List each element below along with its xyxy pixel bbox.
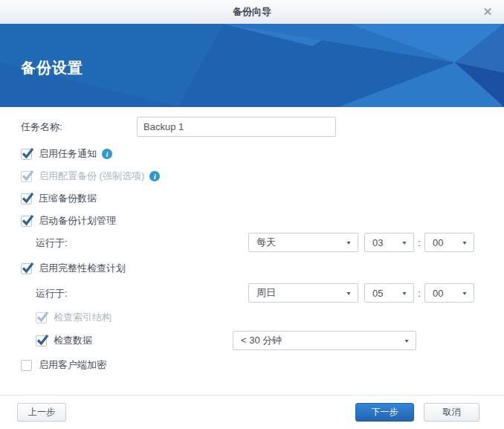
chevron-down-icon: ▼ <box>346 290 352 296</box>
checkmark-icon <box>21 191 34 204</box>
check-data-row: 检查数据 < 30 分钟 ▼ <box>36 331 483 350</box>
checkmark-icon <box>21 213 34 227</box>
checkmark-icon <box>21 169 34 182</box>
check-data-checkbox[interactable] <box>36 335 47 346</box>
chevron-down-icon: ▼ <box>346 239 352 245</box>
next-button[interactable]: 下一步 <box>355 403 414 422</box>
backup-hour-select[interactable]: 03 ▼ <box>364 233 414 252</box>
check-index-checkbox <box>36 312 47 323</box>
select-value: < 30 分钟 <box>241 334 282 347</box>
info-icon[interactable]: i <box>149 171 160 181</box>
chevron-down-icon: ▼ <box>401 290 407 296</box>
backup-run-at-label: 运行于: <box>36 236 68 250</box>
client-encryption-row: 启用客户端加密 <box>21 359 483 371</box>
select-value: 周日 <box>256 286 276 300</box>
wizard-header: 备份设置 <box>0 24 504 107</box>
chevron-down-icon: ▼ <box>462 239 468 245</box>
schedule-management-checkbox[interactable] <box>21 216 32 227</box>
info-icon[interactable]: i <box>102 149 112 159</box>
select-value: 00 <box>433 288 443 299</box>
select-value: 00 <box>433 237 443 248</box>
schedule-management-label[interactable]: 启动备份计划管理 <box>39 214 116 228</box>
footer-right-buttons: 下一步 取消 <box>355 403 479 422</box>
integrity-run-at-label: 运行于: <box>36 287 68 300</box>
config-backup-row: 启用配置备份 (强制选项) i <box>21 170 483 182</box>
page-title: 备份设置 <box>21 58 83 78</box>
task-name-label: 任务名称: <box>21 120 137 134</box>
check-data-duration-select[interactable]: < 30 分钟 ▼ <box>233 331 416 350</box>
integrity-day-select[interactable]: 周日 ▼ <box>248 283 358 303</box>
client-encryption-checkbox[interactable] <box>21 360 32 371</box>
close-icon[interactable]: ✕ <box>482 6 494 18</box>
chevron-down-icon: ▼ <box>462 290 468 296</box>
integrity-check-label[interactable]: 启用完整性检查计划 <box>39 262 126 275</box>
chevron-down-icon: ▼ <box>404 338 410 343</box>
compress-data-row: 压缩备份数据 <box>21 193 483 204</box>
integrity-schedule-controls: 周日 ▼ 05 ▼ : 00 ▼ <box>248 283 474 303</box>
client-encryption-label[interactable]: 启用客户端加密 <box>39 358 106 372</box>
previous-button[interactable]: 上一步 <box>17 403 66 422</box>
config-backup-label: 启用配置备份 (强制选项) <box>39 170 144 183</box>
wizard-footer: 上一步 下一步 取消 <box>0 395 504 429</box>
select-value: 05 <box>372 288 383 299</box>
schedule-management-row: 启动备份计划管理 <box>21 215 483 227</box>
enable-notification-row: 启用任务通知 i <box>21 148 483 160</box>
checkmark-icon <box>36 310 49 323</box>
checkmark-icon <box>21 261 34 274</box>
dialog-title: 备份向导 <box>0 0 504 24</box>
integrity-check-row: 启用完整性检查计划 <box>21 262 483 274</box>
check-index-row: 检查索引结构 <box>36 312 483 323</box>
compress-data-label[interactable]: 压缩备份数据 <box>39 192 97 205</box>
task-name-row: 任务名称: <box>21 117 483 137</box>
time-separator: : <box>414 237 424 248</box>
compress-data-checkbox[interactable] <box>21 193 32 204</box>
checkmark-icon <box>21 146 34 160</box>
task-name-input[interactable] <box>137 117 336 137</box>
integrity-check-checkbox[interactable] <box>21 263 32 274</box>
integrity-run-at-row: 运行于: 周日 ▼ 05 ▼ : 00 ▼ <box>21 283 483 303</box>
backup-minute-select[interactable]: 00 ▼ <box>424 233 474 252</box>
integrity-hour-select[interactable]: 05 ▼ <box>364 283 414 303</box>
select-value: 每天 <box>256 236 276 249</box>
integrity-minute-select[interactable]: 00 ▼ <box>424 283 474 303</box>
time-separator: : <box>414 288 424 299</box>
enable-notification-checkbox[interactable] <box>21 149 32 160</box>
backup-schedule-controls: 每天 ▼ 03 ▼ : 00 ▼ <box>248 233 474 252</box>
backup-run-at-row: 运行于: 每天 ▼ 03 ▼ : 00 ▼ <box>21 233 483 252</box>
cancel-button[interactable]: 取消 <box>424 403 479 422</box>
backup-day-select[interactable]: 每天 ▼ <box>248 233 358 252</box>
check-index-label: 检查索引结构 <box>54 311 112 324</box>
dialog-titlebar: 备份向导 ✕ <box>0 0 504 24</box>
backup-settings-form: 任务名称: 启用任务通知 i 启用配置备份 (强制选项) i 压缩备份数据 <box>0 107 504 395</box>
enable-notification-label[interactable]: 启用任务通知 <box>39 147 97 161</box>
chevron-down-icon: ▼ <box>401 239 407 245</box>
check-data-label[interactable]: 检查数据 <box>54 334 92 347</box>
config-backup-checkbox <box>21 171 32 182</box>
select-value: 03 <box>372 237 383 248</box>
checkmark-icon <box>36 333 49 346</box>
